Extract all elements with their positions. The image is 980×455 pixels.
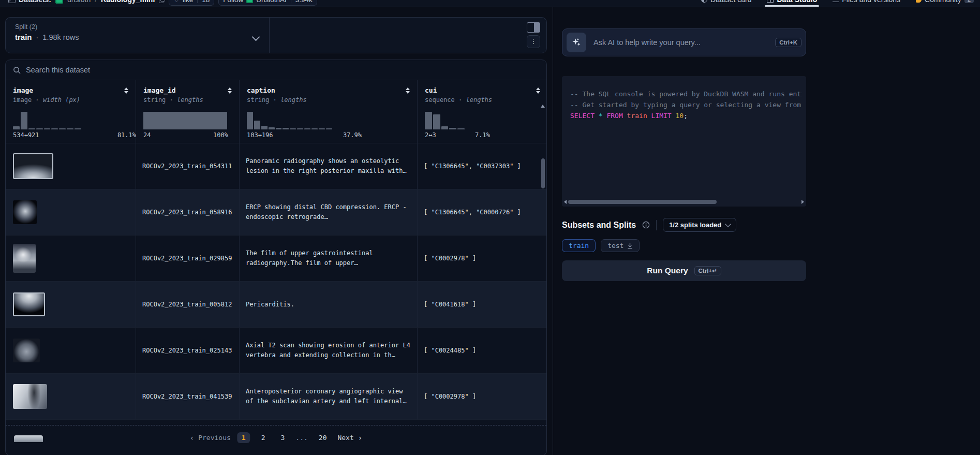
sort-icon[interactable]	[406, 87, 410, 94]
cui-cell[interactable]: [ "C0024485" ]	[418, 328, 547, 373]
row-thumbnail[interactable]	[13, 200, 37, 224]
editor-horizontal-scrollbar[interactable]	[564, 199, 804, 204]
sql-code[interactable]: -- The SQL console is powered by DuckDB …	[570, 89, 802, 121]
org-name-link[interactable]: unsloth	[67, 0, 91, 4]
image-id-cell[interactable]: ROCOv2_2023_train_054311	[136, 143, 240, 189]
column-stats: 2↔37.1%	[425, 131, 490, 139]
sort-icon[interactable]	[124, 87, 128, 94]
scroll-left-arrow-icon[interactable]	[564, 200, 567, 204]
page-number-20[interactable]: 20	[314, 432, 332, 443]
row-thumbnail[interactable]	[13, 384, 47, 409]
row-thumbnail[interactable]	[13, 292, 45, 316]
histogram-bar	[290, 128, 296, 129]
cui-cell[interactable]: [ "C1306645", "C0037303" ]	[418, 143, 547, 189]
image-id-cell[interactable]: ROCOv2_2023_train_058916	[136, 189, 240, 235]
cui-value: [ "C0041618" ]	[424, 301, 476, 308]
caption-cell[interactable]: ERCP showing distal CBD compression. ERC…	[240, 189, 418, 235]
scrollbar-thumb[interactable]	[541, 158, 545, 188]
image-id-cell[interactable]: ROCOv2_2023_train_029859	[136, 236, 240, 281]
column-histogram[interactable]	[13, 111, 136, 129]
column-histogram[interactable]	[143, 111, 228, 129]
datasets-brand[interactable]: Datasets:	[8, 0, 51, 4]
page-number-3[interactable]: 3	[276, 432, 290, 443]
caption-cell[interactable]: The film of upper gastrointestinal radio…	[240, 236, 418, 281]
row-thumbnail[interactable]	[13, 244, 36, 273]
like-button[interactable]: ♡ like 18	[169, 0, 214, 6]
like-count[interactable]: 18	[202, 0, 210, 4]
kebab-menu-button[interactable]: ⋮	[527, 35, 540, 48]
scroll-right-arrow-icon[interactable]	[801, 200, 804, 204]
scrollbar-thumb[interactable]	[568, 200, 717, 204]
previous-page-button[interactable]: ‹Previous	[190, 434, 231, 442]
split-select-dropdown[interactable]: Split (2) train · 1.98k rows	[6, 18, 270, 53]
org-avatar[interactable]	[55, 0, 63, 4]
table-row[interactable]: ROCOv2_2023_train_058916ERCP showing dis…	[6, 189, 546, 236]
copy-icon[interactable]	[159, 0, 165, 3]
info-icon[interactable]	[642, 221, 650, 229]
scroll-up-arrow-icon[interactable]	[541, 105, 545, 108]
table-row[interactable]: ROCOv2_2023_train_041539Anteroposterior …	[6, 374, 546, 420]
caption-cell[interactable]: Anteroposterior coronary angiographic vi…	[240, 374, 418, 419]
sql-code-line: SELECT * FROM train LIMIT 10;	[570, 110, 802, 121]
sort-icon[interactable]	[228, 87, 232, 94]
sort-icon[interactable]	[536, 87, 540, 94]
image-id-cell[interactable]: ROCOv2_2023_train_005812	[136, 282, 240, 327]
sort-asc-arrow	[406, 87, 410, 90]
tab-data-studio[interactable]: Data Studio	[767, 0, 817, 7]
tab-dataset-card[interactable]: Dataset card	[701, 0, 751, 7]
cui-cell[interactable]: [ "C1306645", "C0000726" ]	[418, 189, 547, 235]
partial-row-thumbnail	[14, 435, 43, 442]
image-id-cell[interactable]: ROCOv2_2023_train_041539	[136, 374, 240, 419]
cui-cell[interactable]: [ "C0002978" ]	[418, 374, 547, 419]
table-row[interactable]: ROCOv2_2023_train_029859The film of uppe…	[6, 236, 546, 282]
sql-code-line: -- The SQL console is powered by DuckDB …	[570, 89, 802, 99]
search-input[interactable]: Search this dataset	[6, 60, 546, 80]
row-thumbnail[interactable]	[13, 153, 53, 179]
image-cell[interactable]	[6, 189, 136, 235]
repo-name-link[interactable]: Radiology_mini	[101, 0, 155, 4]
run-query-button[interactable]: Run Query Ctrl+↵	[562, 260, 806, 281]
row-thumbnail[interactable]	[13, 339, 40, 362]
page-number-1[interactable]: 1	[237, 432, 250, 443]
ask-ai-input[interactable]: Ask AI to help write your query... Ctrl+…	[562, 28, 806, 56]
tab-files-and-versions[interactable]: Files and versions	[833, 0, 900, 7]
table-row[interactable]: ROCOv2_2023_train_025143Axial T2 scan sh…	[6, 328, 546, 374]
column-header-cui: cuisequence · lengths2↔37.1%	[418, 80, 547, 143]
toggle-panel-icon[interactable]	[527, 22, 540, 33]
follower-count[interactable]: 3.94k	[295, 0, 313, 4]
tab-community[interactable]: Community2	[916, 0, 974, 7]
split-chip-train[interactable]: train	[562, 239, 596, 252]
split-chip-test[interactable]: test	[601, 239, 640, 252]
table-row[interactable]: ROCOv2_2023_train_005812Pericarditis.[ "…	[6, 282, 546, 328]
path-separator: /	[95, 0, 97, 4]
sql-token	[647, 112, 651, 120]
image-cell[interactable]	[6, 374, 136, 419]
cui-cell[interactable]: [ "C0002978" ]	[418, 236, 547, 281]
table-scrollbar[interactable]	[540, 105, 545, 188]
caption-cell[interactable]: Pericarditis.	[240, 282, 418, 327]
caption-cell[interactable]: Axial T2 scan showing erosion of anterio…	[240, 328, 418, 373]
sort-desc-arrow	[406, 91, 410, 94]
image-cell[interactable]	[6, 282, 136, 327]
chevron-down-icon	[725, 221, 731, 227]
splits-loaded-dropdown[interactable]: 1/2 splits loaded	[663, 218, 736, 232]
image-cell[interactable]	[6, 328, 136, 373]
table-row[interactable]: ROCOv2_2023_train_054311Panoramic radiog…	[6, 143, 546, 189]
next-page-button[interactable]: Next›	[337, 434, 362, 442]
follow-button[interactable]: Follow UnslothAI 3.94k	[218, 0, 317, 6]
image-cell[interactable]	[6, 143, 136, 189]
sql-token	[623, 112, 627, 120]
image-cell[interactable]	[6, 236, 136, 281]
ai-sparkle-button[interactable]	[567, 33, 586, 52]
page-number-2[interactable]: 2	[257, 432, 270, 443]
histogram-bar	[311, 128, 318, 129]
column-histogram[interactable]	[425, 111, 490, 129]
image-id-value: ROCOv2_2023_train_058916	[142, 209, 232, 216]
image-id-cell[interactable]: ROCOv2_2023_train_025143	[136, 328, 240, 373]
histogram-bar	[425, 112, 432, 129]
histogram-bar	[75, 128, 81, 129]
caption-cell[interactable]: Panoramic radiography shows an osteolyti…	[240, 143, 418, 189]
sql-editor[interactable]: -- The SQL console is powered by DuckDB …	[562, 76, 806, 207]
column-histogram[interactable]	[247, 111, 362, 129]
cui-cell[interactable]: [ "C0041618" ]	[418, 282, 547, 327]
